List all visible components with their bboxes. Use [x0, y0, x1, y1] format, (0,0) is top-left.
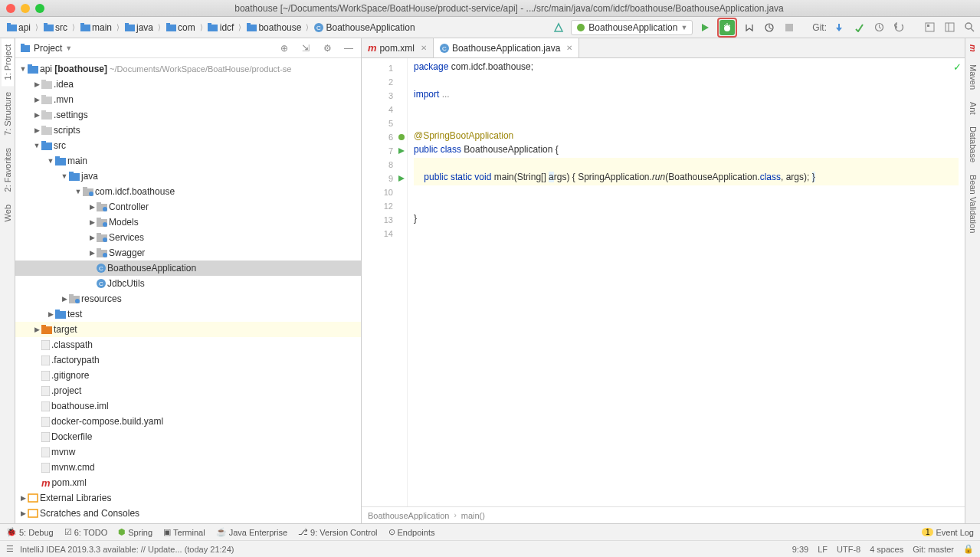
crumb-class[interactable]: BoathouseApplication — [368, 511, 449, 520]
tree-node[interactable]: ▼src — [15, 138, 361, 153]
vcs-history-button[interactable] — [871, 20, 887, 35]
minimize-window[interactable] — [21, 4, 30, 13]
maximize-window[interactable] — [35, 4, 44, 13]
tool-database[interactable]: Database — [967, 120, 979, 169]
tool-debug[interactable]: 🐞5: Debug — [6, 527, 54, 537]
tool-terminal[interactable]: ▣Terminal — [163, 527, 205, 537]
code-editor[interactable]: ✓ 12345678910121314 package com.idcf.boa… — [362, 58, 965, 506]
tool-endpoints[interactable]: ⊙Endpoints — [388, 527, 435, 537]
breadcrumb-item[interactable]: main — [77, 21, 115, 34]
tree-node[interactable]: ▶Models — [15, 215, 361, 230]
tool-todo[interactable]: ☑6: TODO — [64, 527, 108, 537]
tree-node[interactable]: mpom.xml — [15, 475, 361, 490]
debug-button[interactable] — [719, 20, 735, 35]
lock-icon[interactable]: 🔒 — [963, 544, 974, 554]
tree-node[interactable]: ▶target — [15, 322, 361, 337]
svg-rect-73 — [41, 371, 50, 381]
tree-node[interactable]: .classpath — [15, 337, 361, 352]
tool-java-enterprise[interactable]: ☕Java Enterprise — [216, 527, 287, 537]
tool-web[interactable]: Web — [2, 198, 14, 228]
tool-version-control[interactable]: ⎇9: Version Control — [298, 527, 377, 537]
build-button[interactable] — [551, 20, 566, 35]
tree-node[interactable]: ▶resources — [15, 291, 361, 306]
status-message[interactable]: IntelliJ IDEA 2019.3.3 available: // Upd… — [20, 545, 234, 554]
right-tool-strip: m Maven Ant Database Bean Validation — [965, 38, 980, 523]
run-button[interactable] — [697, 20, 713, 35]
event-log[interactable]: 1Event Log — [922, 528, 974, 537]
tree-node[interactable]: .factorypath — [15, 352, 361, 368]
tool-favorites[interactable]: 2: Favorites — [2, 142, 14, 198]
tool-spring[interactable]: ⬢Spring — [118, 527, 152, 537]
breadcrumb-item[interactable]: com — [162, 21, 198, 34]
tool-maven[interactable]: Maven — [967, 58, 979, 96]
code-content[interactable]: package com.idcf.boathouse;import ...@Sp… — [408, 58, 965, 506]
tool-ant[interactable]: Ant — [967, 96, 979, 121]
file-encoding[interactable]: UTF-8 — [837, 545, 860, 554]
breadcrumb-item[interactable]: idcf — [205, 21, 238, 34]
notification-icon[interactable]: ☰ — [6, 544, 14, 554]
tree-node[interactable]: ▶Controller — [15, 199, 361, 215]
profile-button[interactable] — [762, 20, 777, 35]
tree-node[interactable]: ▶Scratches and Consoles — [15, 506, 361, 521]
project-tree[interactable]: ▼api [boathouse] ~/Documents/WorkSpace/B… — [15, 58, 361, 523]
breadcrumb-item[interactable]: boathouse — [243, 21, 304, 34]
tool-structure[interactable]: 7: Structure — [2, 86, 14, 142]
svg-rect-11 — [208, 23, 211, 25]
tree-node[interactable]: ▶Swagger — [15, 245, 361, 260]
coverage-button[interactable] — [742, 20, 757, 35]
tool-bean-validation[interactable]: Bean Validation — [967, 169, 979, 239]
breadcrumb-item[interactable]: java — [121, 21, 156, 34]
tree-node[interactable]: Dockerfile — [15, 429, 361, 444]
vcs-revert-button[interactable] — [891, 20, 906, 35]
tree-node[interactable]: ▼com.idcf.boathouse — [15, 184, 361, 199]
svg-rect-75 — [41, 401, 50, 411]
tree-node[interactable]: ▶.settings — [15, 107, 361, 123]
caret-position[interactable]: 9:39 — [792, 545, 808, 554]
tree-node[interactable]: CJdbcUtils — [15, 276, 361, 291]
expand-all[interactable]: ⇲ — [298, 41, 313, 56]
tree-node[interactable]: ▶External Libraries — [15, 490, 361, 506]
settings-gear-icon[interactable]: ⚙ — [320, 41, 335, 56]
tree-node[interactable]: ▼java — [15, 169, 361, 184]
project-panel: Project ▼ ⊕ ⇲ ⚙ — ▼api [boathouse] ~/Doc… — [15, 38, 362, 523]
vcs-commit-button[interactable] — [851, 20, 867, 35]
indent-setting[interactable]: 4 spaces — [870, 545, 903, 554]
tree-node[interactable]: mvnw.cmd — [15, 460, 361, 475]
tree-node[interactable]: ▶.mvn — [15, 92, 361, 107]
hide-panel[interactable]: — — [341, 41, 356, 56]
tree-node[interactable]: boathouse.iml — [15, 398, 361, 414]
tree-node[interactable]: ▶test — [15, 306, 361, 322]
tree-node[interactable]: .gitignore — [15, 368, 361, 383]
ide-settings-button[interactable] — [922, 20, 937, 35]
tool-project[interactable]: 1: Project — [2, 38, 14, 86]
svg-text:C: C — [99, 280, 103, 287]
run-config-selector[interactable]: BoathouseApplication ▼ — [571, 20, 693, 35]
search-everywhere-button[interactable] — [962, 20, 977, 35]
ide-layout-button[interactable] — [942, 20, 957, 35]
close-window[interactable] — [6, 4, 15, 13]
tree-node[interactable]: CBoathouseApplication — [15, 260, 361, 276]
tree-node[interactable]: ▶.idea — [15, 77, 361, 92]
git-branch[interactable]: Git: master — [913, 545, 954, 554]
tree-node[interactable]: docker-compose.build.yaml — [15, 414, 361, 429]
stop-button[interactable] — [782, 20, 797, 35]
tree-node[interactable]: mvnw — [15, 444, 361, 460]
svg-point-47 — [89, 192, 93, 196]
tree-node[interactable]: ▶Services — [15, 230, 361, 245]
line-separator[interactable]: LF — [818, 545, 828, 554]
editor-tab[interactable]: CBoathouseApplication.java✕ — [434, 38, 579, 57]
tree-node[interactable]: ▶scripts — [15, 123, 361, 138]
tree-node[interactable]: ▼main — [15, 153, 361, 169]
tree-root[interactable]: ▼api [boathouse] ~/Documents/WorkSpace/B… — [15, 61, 361, 77]
close-tab-icon[interactable]: ✕ — [421, 44, 427, 52]
tree-node[interactable]: .project — [15, 383, 361, 398]
breadcrumb-item[interactable]: src — [40, 21, 70, 34]
breadcrumb-item[interactable]: CBoathouseApplication — [310, 21, 418, 34]
close-tab-icon[interactable]: ✕ — [566, 44, 572, 52]
select-opened-file[interactable]: ⊕ — [277, 41, 292, 56]
editor-tab[interactable]: mpom.xml✕ — [362, 38, 434, 57]
tool-maven-icon[interactable]: m — [967, 38, 979, 58]
breadcrumb-item[interactable]: api — [3, 21, 34, 34]
crumb-method[interactable]: main() — [461, 511, 485, 520]
vcs-update-button[interactable] — [831, 20, 847, 35]
